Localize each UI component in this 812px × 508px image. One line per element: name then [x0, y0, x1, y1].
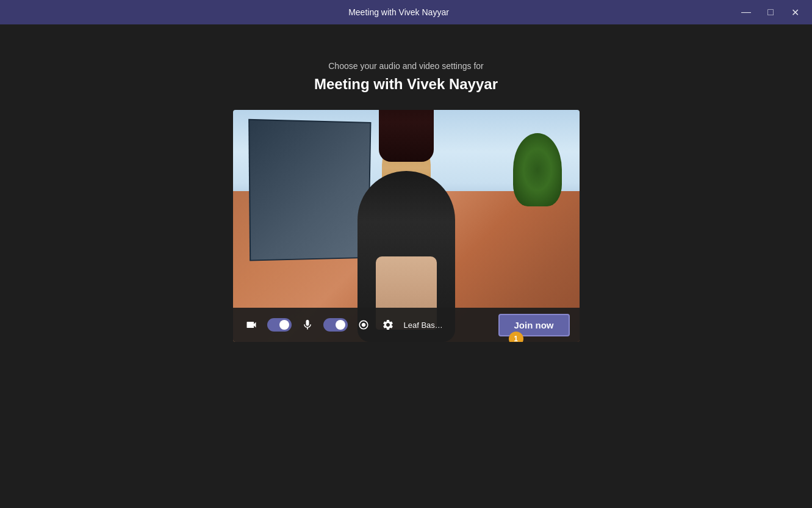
- maximize-button[interactable]: □: [763, 5, 778, 20]
- title-bar: Meeting with Vivek Nayyar — □ ✕: [0, 0, 812, 24]
- title-bar-title: Meeting with Vivek Nayyar: [59, 7, 739, 17]
- camera-icon: [245, 319, 257, 331]
- settings-button[interactable]: [379, 316, 397, 333]
- notification-badge: 1: [509, 332, 523, 343]
- effects-icon: [357, 319, 370, 331]
- minimize-button[interactable]: —: [739, 5, 753, 20]
- join-now-button[interactable]: Join now: [498, 314, 570, 336]
- mic-button[interactable]: [299, 316, 316, 333]
- mic-icon: [301, 319, 314, 331]
- device-label: Leaf Bass Hands-Free AG Au...: [404, 321, 444, 330]
- mic-toggle[interactable]: [323, 318, 348, 332]
- main-content: Choose your audio and video settings for…: [0, 24, 812, 508]
- camera-toggle[interactable]: [267, 318, 292, 332]
- title-bar-controls: — □ ✕: [739, 5, 802, 20]
- effects-button[interactable]: [355, 316, 372, 333]
- video-preview: Leaf Bass Hands-Free AG Au... Join now 1: [233, 110, 580, 342]
- person-hair: [379, 110, 434, 162]
- camera-button[interactable]: [243, 316, 260, 333]
- meeting-title: Meeting with Vivek Nayyar: [314, 76, 498, 93]
- video-scene: [233, 110, 580, 342]
- join-button-wrapper: Join now 1: [498, 314, 570, 336]
- close-button[interactable]: ✕: [788, 5, 802, 20]
- controls-bar: Leaf Bass Hands-Free AG Au... Join now 1: [233, 308, 580, 342]
- settings-icon: [382, 319, 394, 331]
- tree-element: [513, 133, 562, 206]
- subtitle-text: Choose your audio and video settings for: [328, 61, 484, 71]
